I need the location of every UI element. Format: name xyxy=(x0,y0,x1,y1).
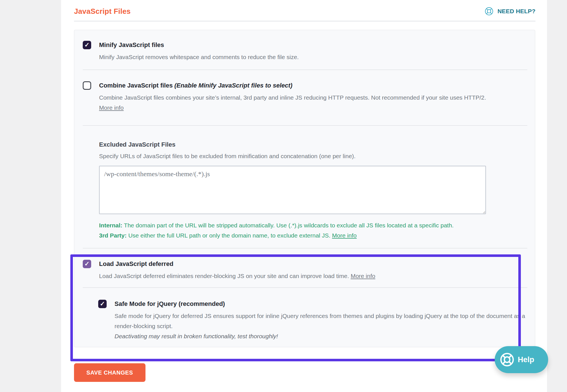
divider xyxy=(83,248,527,248)
excluded-js-heading: Excluded JavaScript Files xyxy=(99,140,527,149)
load-js-deferred-description: Load JavaScript deferred eliminates rend… xyxy=(99,271,375,281)
minify-js-checkbox[interactable] xyxy=(83,41,91,49)
setting-minify-js: Minify JavaScript files Minify JavaScrip… xyxy=(83,41,527,62)
defer-more-info-link[interactable]: More info xyxy=(351,273,375,279)
combine-js-description: Combine JavaScript files combines your s… xyxy=(99,93,486,113)
combine-more-info-link[interactable]: More info xyxy=(99,103,124,113)
hint-3rd-party: 3rd Party: Use either the full URL path … xyxy=(99,230,504,241)
page-title: JavaScript Files xyxy=(74,7,131,16)
divider xyxy=(83,125,527,126)
minify-js-description: Minify JavaScript removes whitespace and… xyxy=(99,52,299,62)
load-js-deferred-label: Load JavaScript deferred xyxy=(99,260,375,268)
excluded-js-hints: Internal: The domain part of the URL wil… xyxy=(99,220,527,241)
excluded-js-section: Excluded JavaScript Files Specify URLs o… xyxy=(99,140,527,241)
need-help-link[interactable]: NEED HELP? xyxy=(485,7,535,16)
hint-internal-label: Internal: xyxy=(99,222,122,229)
combine-js-description-text: Combine JavaScript files combines your s… xyxy=(99,94,486,101)
combine-js-checkbox[interactable] xyxy=(83,81,91,90)
hint-internal: Internal: The domain part of the URL wil… xyxy=(99,220,504,230)
combine-js-label-text: Combine JavaScript files xyxy=(99,82,174,89)
safe-mode-warning: Deactivating may result in broken functi… xyxy=(115,331,525,341)
hint-internal-text: The domain part of the URL will be strip… xyxy=(122,222,454,229)
need-help-label: NEED HELP? xyxy=(497,8,535,15)
excluded-js-textarea[interactable] xyxy=(99,166,486,214)
combine-js-label: Combine JavaScript files (Enable Minify … xyxy=(99,81,486,90)
divider xyxy=(83,70,527,70)
hint-3rd-party-label: 3rd Party: xyxy=(99,232,127,239)
load-js-deferred-description-text: Load JavaScript deferred eliminates rend… xyxy=(99,273,351,279)
javascript-files-card: Minify JavaScript files Minify JavaScrip… xyxy=(74,30,535,347)
setting-safe-mode-jquery: Safe Mode for jQuery (recommended) Safe … xyxy=(98,300,527,341)
life-buoy-icon xyxy=(499,352,515,367)
excluded-more-info-link[interactable]: More info xyxy=(332,232,357,239)
safe-mode-jquery-checkbox[interactable] xyxy=(98,300,107,308)
help-label: Help xyxy=(518,355,534,364)
header-divider xyxy=(74,21,535,21)
divider xyxy=(83,287,527,288)
settings-panel: JavaScript Files NEED HELP? Minify JavaS… xyxy=(61,0,547,392)
section-header: JavaScript Files NEED HELP? xyxy=(74,6,535,17)
life-buoy-icon xyxy=(485,7,494,16)
left-sidebar-area xyxy=(0,0,61,392)
save-changes-button[interactable]: SAVE CHANGES xyxy=(74,363,145,382)
excluded-js-description: Specify URLs of JavaScript files to be e… xyxy=(99,151,527,161)
setting-combine-js: Combine JavaScript files (Enable Minify … xyxy=(83,81,527,113)
safe-mode-jquery-label: Safe Mode for jQuery (recommended) xyxy=(115,300,525,308)
setting-load-js-deferred: Load JavaScript deferred Load JavaScript… xyxy=(83,260,527,281)
help-floating-button[interactable]: Help xyxy=(495,346,548,373)
safe-mode-jquery-description: Safe mode for jQuery for deferred JS ens… xyxy=(115,311,525,331)
combine-js-label-note: (Enable Minify JavaScript files to selec… xyxy=(174,82,292,89)
minify-js-label: Minify JavaScript files xyxy=(99,41,299,49)
right-margin-area xyxy=(547,0,567,392)
load-js-deferred-checkbox[interactable] xyxy=(83,260,91,268)
hint-3rd-party-text: Use either the full URL path or only the… xyxy=(127,232,332,239)
